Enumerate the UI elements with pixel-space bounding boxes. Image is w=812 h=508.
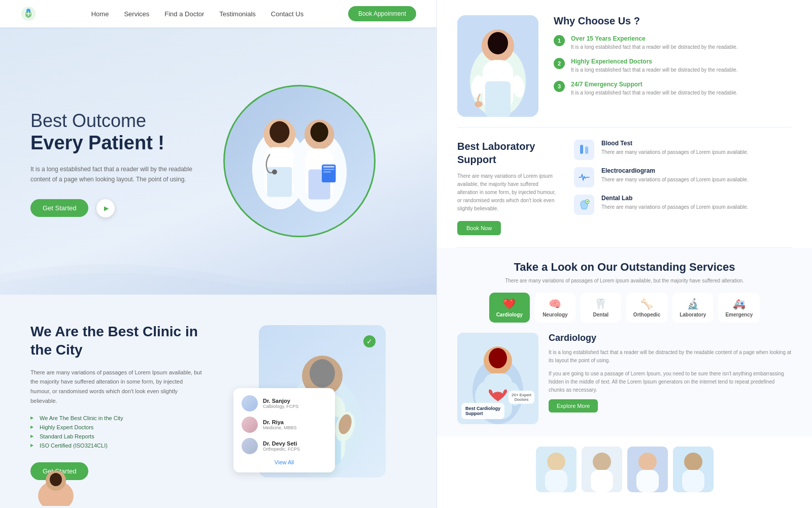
doctor-avatar-1 — [242, 395, 258, 411]
dental-icon — [574, 195, 594, 215]
tab-emergency[interactable]: 🚑 Emergency — [718, 293, 760, 323]
hero-section: Best Outcome Every Patient ! It is a lon… — [0, 27, 436, 295]
dental-desc: There are many variations of passages of… — [601, 203, 749, 211]
why-item-desc-1: It is a long established fact that a rea… — [571, 43, 738, 51]
svg-rect-56 — [591, 470, 613, 492]
bottom-person-svg — [30, 470, 81, 506]
doctor-name-2: Dr. Riya — [263, 419, 297, 425]
hero-title-bold: Every Patient ! — [30, 132, 208, 155]
cardio-desc-2: If you are going to use a passage of Lor… — [549, 370, 792, 394]
emergency-tab-icon: 🚑 — [733, 298, 746, 310]
doctor-info-2: Dr. Riya Medicine, MBBS — [263, 419, 297, 430]
doctor-item-3: Dr. Devy Seti Orthopedic, FCPS — [242, 438, 327, 454]
nav-services[interactable]: Services — [124, 10, 149, 18]
neurology-tab-icon: 🧠 — [549, 298, 561, 310]
hero-text: Best Outcome Every Patient ! It is a lon… — [30, 110, 208, 217]
nav-testimonials[interactable]: Testimonials — [219, 10, 256, 18]
second-text: We Are the Best Clinic in the City There… — [30, 323, 203, 481]
services-title: Take a Look on Our Outstanding Services — [457, 260, 792, 275]
svg-rect-59 — [636, 470, 659, 492]
svg-rect-62 — [682, 470, 704, 492]
play-button[interactable] — [96, 199, 115, 217]
hero-circle-image — [223, 85, 376, 237]
logo — [20, 6, 37, 22]
svg-point-32 — [488, 32, 508, 54]
dental-tab-icon: 🦷 — [594, 298, 607, 310]
services-desc: There are many variations of passages of… — [457, 278, 792, 283]
strip-doc-svg-2 — [582, 447, 622, 492]
svg-rect-14 — [323, 169, 334, 170]
svg-point-52 — [547, 453, 565, 471]
orthopedic-tab-icon: 🦴 — [640, 298, 653, 310]
strip-doctor-3 — [627, 447, 668, 492]
tab-cardiology[interactable]: ❤️ Cardiology — [489, 293, 530, 323]
tab-laboratory[interactable]: 🔬 Laboratory — [672, 293, 713, 323]
cardio-image-box: Best Cardiology Support 20+ Expert Docto… — [457, 333, 538, 424]
nav-links: Home Services Find a Doctor Testimonials… — [67, 10, 328, 18]
tab-dental[interactable]: 🦷 Dental — [581, 293, 621, 323]
blood-test-title: Blood Test — [601, 140, 749, 147]
hero-buttons: Get Started — [30, 199, 208, 217]
lab-desc: There are many variations of Lorem ipsum… — [457, 172, 559, 213]
doctor-spec-3: Orthopedic, FCPS — [263, 447, 300, 452]
why-item-content-3: 24/7 Emergency Support It is a long esta… — [571, 81, 738, 97]
strip-doc-svg-1 — [536, 447, 577, 492]
emergency-tab-label: Emergency — [725, 312, 753, 318]
book-appointment-button[interactable]: Book Appoinment — [348, 6, 416, 21]
why-num-2: 2 — [554, 58, 565, 69]
view-all-link[interactable]: View All — [242, 459, 327, 465]
strip-doctor-4 — [673, 447, 714, 492]
doctors-strip — [457, 447, 792, 492]
tab-neurology[interactable]: 🧠 Neurology — [535, 293, 576, 323]
doctor-spec-1: Calbiology, FCPS — [263, 404, 298, 409]
why-item-content-2: Highly Experienced Doctors It is a long … — [571, 58, 738, 74]
laboratory-tab-label: Laboratory — [680, 312, 706, 318]
svg-rect-6 — [267, 167, 292, 197]
cardiology-tab-label: Cardiology — [496, 312, 523, 318]
get-started-button[interactable]: Get Started — [30, 199, 88, 217]
explore-more-button[interactable]: Explore More — [549, 399, 598, 412]
book-now-button[interactable]: Book Now — [457, 221, 501, 235]
why-item-3: 3 24/7 Emergency Support It is a long es… — [554, 81, 792, 97]
feature-list: We Are The Best Clinic in the City Highl… — [30, 414, 203, 450]
tab-orthopedic[interactable]: 🦴 Orthopedic — [626, 293, 667, 323]
svg-point-58 — [638, 453, 657, 471]
nav-find-doctor[interactable]: Find a Doctor — [164, 10, 204, 18]
feature-item-2: Highly Expert Doctors — [30, 423, 203, 432]
second-title: We Are the Best Clinic in the City — [30, 323, 203, 360]
why-num-3: 3 — [554, 81, 565, 92]
why-num-1: 1 — [554, 35, 565, 46]
cardio-content: Cardiology It is a long established fact… — [549, 333, 792, 424]
svg-rect-15 — [323, 172, 331, 173]
cardio-badge: Best Cardiology Support — [461, 403, 504, 419]
dental-tab-label: Dental — [593, 312, 609, 318]
doctor-info-3: Dr. Devy Seti Orthopedic, FCPS — [263, 440, 300, 452]
svg-rect-40 — [581, 145, 583, 147]
strip-doctor-2 — [582, 447, 622, 492]
second-desc: There are many variations of passages of… — [30, 368, 203, 406]
svg-rect-53 — [545, 470, 567, 492]
blood-test-content: Blood Test There are many variations of … — [601, 140, 749, 156]
why-item-content-1: Over 15 Years Experience It is a long es… — [571, 35, 738, 51]
laboratory-tab-icon: 🔬 — [687, 298, 699, 310]
doctor-name-1: Dr. Sanjoy — [263, 398, 298, 404]
nav-home[interactable]: Home — [91, 10, 109, 18]
dental-content: Dental Lab There are many variations of … — [601, 195, 749, 211]
hero-title-light: Best Outcome — [30, 110, 208, 132]
lab-title: Best Laboratory Support — [457, 140, 559, 166]
why-item-2: 2 Highly Experienced Doctors It is a lon… — [554, 58, 792, 74]
why-choose-content: Why Choose Us ? 1 Over 15 Years Experien… — [554, 15, 792, 117]
bottom-person — [30, 470, 81, 508]
why-item-title-3: 24/7 Emergency Support — [571, 81, 738, 88]
blood-test-icon — [574, 140, 594, 160]
hero-doctors-svg — [225, 85, 374, 236]
nav-contact[interactable]: Contact Us — [271, 10, 303, 18]
logo-icon — [20, 6, 37, 22]
why-choose-title: Why Choose Us ? — [554, 15, 792, 27]
dental-title: Dental Lab — [601, 195, 749, 202]
services-section: Take a Look on Our Outstanding Services … — [437, 248, 812, 436]
cardiology-tab-icon: ❤️ — [503, 298, 516, 310]
left-panel: Home Services Find a Doctor Testimonials… — [0, 0, 436, 508]
why-item-title-2: Highly Experienced Doctors — [571, 58, 738, 65]
feature-item-4: ISO Certified (ISO3214CLI) — [30, 441, 203, 450]
